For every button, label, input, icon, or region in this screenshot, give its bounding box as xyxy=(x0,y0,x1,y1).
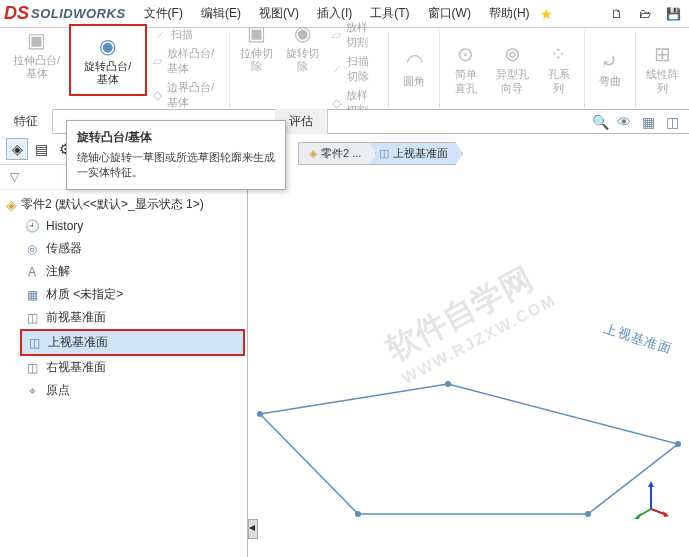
plane-label: 上视基准面 xyxy=(602,320,674,359)
boundary-icon: ◇ xyxy=(153,88,163,102)
plane-outline xyxy=(248,134,689,557)
tree-item[interactable]: ◎传感器 xyxy=(20,237,245,260)
tooltip-desc: 绕轴心旋转一草图或所选草图轮廓来生成一实体特征。 xyxy=(77,150,275,181)
tree-item[interactable]: ▦材质 <未指定> xyxy=(20,283,245,306)
loft-cut-icon: ▱ xyxy=(331,28,341,42)
tree-item[interactable]: 🕘History xyxy=(20,215,245,237)
part-icon: ◈ xyxy=(6,197,17,213)
open-file-icon[interactable]: 🗁 xyxy=(633,2,657,26)
tree-item-label: 右视基准面 xyxy=(46,359,106,376)
simple-hole-icon: ⊙ xyxy=(457,42,474,66)
breadcrumb-plane[interactable]: ◫上视基准面 xyxy=(368,142,463,165)
tree-children: 🕘History◎传感器A注解▦材质 <未指定>◫前视基准面◫上视基准面◫右视基… xyxy=(2,215,245,402)
new-file-icon[interactable]: 🗋 xyxy=(605,2,629,26)
ribbon-sublist-cut: ▱放样切割 ⟋扫描切除 ◇放样切割 xyxy=(325,17,384,121)
tree-item-label: 传感器 xyxy=(46,240,82,257)
visibility-icon[interactable]: 👁 xyxy=(615,113,633,131)
hole-wizard-button[interactable]: ⊚ 异型孔向导 xyxy=(487,38,538,98)
loft-boss-button[interactable]: ▱放样凸台/基体 xyxy=(151,45,221,77)
star-icon[interactable]: ★ xyxy=(540,6,553,22)
app-logo-text: SOLIDWORKS xyxy=(31,6,126,21)
graphics-viewport[interactable]: ◈零件2 ... ◫上视基准面 软件自学网 WWW.RJZXW.COM 上视基准… xyxy=(248,134,689,557)
svg-point-3 xyxy=(585,511,591,517)
tree-item[interactable]: ◫上视基准面 xyxy=(20,329,245,356)
extrude-cut-button[interactable]: ▣ 拉伸切除 xyxy=(234,17,280,77)
extrude-icon: ▣ xyxy=(27,28,46,52)
ribbon-group-pattern: ⊞ 线性阵列 xyxy=(636,30,689,107)
loft-icon: ▱ xyxy=(153,54,163,68)
app-logo: DS SOLIDWORKS xyxy=(4,3,126,24)
menu-help[interactable]: 帮助(H) xyxy=(481,1,538,26)
sensor-icon: ◎ xyxy=(24,241,40,257)
part-icon: ◈ xyxy=(309,147,317,159)
origin-icon: ⌖ xyxy=(24,383,40,399)
tree-item[interactable]: ◫右视基准面 xyxy=(20,356,245,379)
ribbon-group-fillet: ◠ 圆角 xyxy=(389,30,440,107)
filter-icon[interactable]: ▽ xyxy=(6,169,22,185)
tooltip-title: 旋转凸台/基体 xyxy=(77,129,275,146)
tree-item-label: 前视基准面 xyxy=(46,309,106,326)
appearance-icon[interactable]: ◫ xyxy=(663,113,681,131)
revolve-cut-icon: ◉ xyxy=(294,21,311,45)
tree-item[interactable]: ◫前视基准面 xyxy=(20,306,245,329)
plane-icon: ◫ xyxy=(24,310,40,326)
revolve-label: 旋转凸台/基体 xyxy=(81,60,134,86)
boundary-cut-icon: ◇ xyxy=(331,96,341,110)
revolve-icon: ◉ xyxy=(99,34,116,58)
svg-marker-8 xyxy=(663,511,669,517)
svg-point-1 xyxy=(445,381,451,387)
svg-point-4 xyxy=(355,511,361,517)
breadcrumb-root[interactable]: ◈零件2 ... xyxy=(298,142,376,165)
wrap-button[interactable]: ⤾ 弯曲 xyxy=(589,45,631,92)
linear-pattern-button[interactable]: ⊞ 线性阵列 xyxy=(640,38,685,98)
view-triad xyxy=(631,479,671,519)
menubar-right: 🗋 🗁 💾 xyxy=(605,2,685,26)
search-icon[interactable]: 🔍 xyxy=(591,113,609,131)
hole-series-icon: ⁘ xyxy=(550,42,567,66)
save-file-icon[interactable]: 💾 xyxy=(661,2,685,26)
menu-file[interactable]: 文件(F) xyxy=(136,1,191,26)
tree-root-label: 零件2 (默认<<默认>_显示状态 1>) xyxy=(21,196,204,213)
display-icon[interactable]: ▦ xyxy=(639,113,657,131)
tree-item[interactable]: A注解 xyxy=(20,260,245,283)
sweep-cut-icon: ⟋ xyxy=(331,62,343,76)
tree-root[interactable]: ◈ 零件2 (默认<<默认>_显示状态 1>) xyxy=(2,194,245,215)
revolve-cut-button[interactable]: ◉ 旋转切除 xyxy=(280,17,326,77)
linear-pattern-icon: ⊞ xyxy=(654,42,671,66)
plane-icon: ◫ xyxy=(379,147,389,159)
breadcrumb: ◈零件2 ... ◫上视基准面 xyxy=(298,142,463,165)
ribbon-group-wrap: ⤾ 弯曲 xyxy=(585,30,636,107)
extrude-boss-button[interactable]: ▣ 拉伸凸台/基体 xyxy=(4,24,69,84)
tab-feature[interactable]: 特征 xyxy=(0,109,53,136)
tree-item[interactable]: ⌖原点 xyxy=(20,379,245,402)
property-manager-tab-icon[interactable]: ▤ xyxy=(30,138,52,160)
extrude-label: 拉伸凸台/基体 xyxy=(10,54,63,80)
ribbon-group-cut: ▣ 拉伸切除 ◉ 旋转切除 ▱放样切割 ⟋扫描切除 ◇放样切割 xyxy=(230,30,389,107)
boundary-boss-button[interactable]: ◇边界凸台/基体 xyxy=(151,79,221,111)
annotation-icon: A xyxy=(24,264,40,280)
menu-window[interactable]: 窗口(W) xyxy=(420,1,479,26)
watermark: 软件自学网 WWW.RJZXW.COM xyxy=(378,252,559,387)
sweep-button[interactable]: ⟋扫描 xyxy=(151,26,221,43)
hole-series-button[interactable]: ⁘ 孔系列 xyxy=(538,38,580,98)
feature-manager-tab-icon[interactable]: ◈ xyxy=(6,138,28,160)
splitter-handle[interactable]: ◂ xyxy=(248,519,258,539)
tree-item-label: 注解 xyxy=(46,263,70,280)
svg-point-2 xyxy=(675,441,681,447)
material-icon: ▦ xyxy=(24,287,40,303)
hole-wizard-icon: ⊚ xyxy=(504,42,521,66)
main-area: ◈ ▤ ⚙ ◱ ▸ ▽ ◈ 零件2 (默认<<默认>_显示状态 1>) 🕘His… xyxy=(0,134,689,557)
svg-marker-10 xyxy=(634,513,641,519)
tree-item-label: 原点 xyxy=(46,382,70,399)
sweep-cut-button[interactable]: ⟋扫描切除 xyxy=(329,53,380,85)
svg-point-0 xyxy=(257,411,263,417)
loft-cut-button[interactable]: ▱放样切割 xyxy=(329,19,380,51)
tree-item-label: 材质 <未指定> xyxy=(46,286,123,303)
tabbar-right: 🔍 👁 ▦ ◫ xyxy=(591,113,689,131)
simple-hole-button[interactable]: ⊙ 简单直孔 xyxy=(444,38,487,98)
ribbon-sublist-boss: ⟋扫描 ▱放样凸台/基体 ◇边界凸台/基体 xyxy=(147,24,225,113)
history-icon: 🕘 xyxy=(24,218,40,234)
revolve-boss-button[interactable]: ◉ 旋转凸台/基体 xyxy=(69,24,146,96)
sweep-icon: ⟋ xyxy=(153,28,167,42)
fillet-button[interactable]: ◠ 圆角 xyxy=(393,45,435,92)
